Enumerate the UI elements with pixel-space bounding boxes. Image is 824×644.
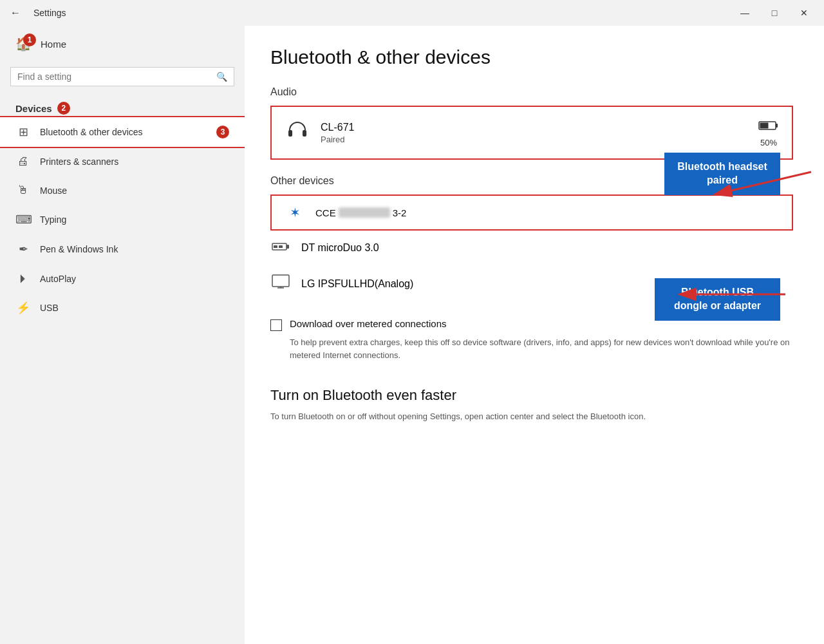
svg-rect-3 <box>776 124 778 128</box>
sidebar-item-usb[interactable]: ⚡ USB <box>0 293 245 323</box>
app-body: 🏠 Home 1 🔍 Devices 2 ⊞ Bluetooth & other… <box>0 26 824 644</box>
usb-label: USB <box>40 303 59 313</box>
sidebar-item-pen[interactable]: ✒ Pen & Windows Ink <box>0 234 245 264</box>
sidebar-item-autoplay[interactable]: ⏵ AutoPlay <box>0 264 245 293</box>
audio-device-status: Paired <box>321 135 354 144</box>
pen-icon: ✒ <box>15 242 31 256</box>
svg-rect-6 <box>286 245 289 249</box>
sidebar-item-printers[interactable]: 🖨 Printers & scanners <box>0 147 245 176</box>
turn-on-description: To turn Bluetooth on or off without open… <box>270 410 793 423</box>
back-button[interactable]: ← <box>5 5 26 21</box>
autoplay-icon: ⏵ <box>15 272 31 285</box>
devices-label: Devices <box>15 103 52 114</box>
battery-info: 50% <box>758 118 779 147</box>
sidebar-item-mouse[interactable]: 🖱 Mouse <box>0 176 245 205</box>
close-button[interactable]: ✕ <box>789 3 819 23</box>
annotation-dongle: Bluetooth USB dongle or adapter <box>655 278 780 321</box>
typing-icon: ⌨ <box>15 213 31 227</box>
dt-microduo-name: DT microDuo 3.0 <box>301 242 379 254</box>
annotation-headset-box: Bluetooth headset paired <box>664 153 780 195</box>
maximize-button[interactable]: □ <box>760 3 789 23</box>
svg-rect-8 <box>279 245 283 248</box>
turn-on-title: Turn on Bluetooth even faster <box>270 387 793 404</box>
mouse-icon: 🖱 <box>15 184 31 197</box>
checkbox-label: Download over metered connections <box>290 318 446 329</box>
turn-on-section: Turn on Bluetooth even faster To turn Bl… <box>270 387 793 423</box>
search-icon: 🔍 <box>216 71 227 82</box>
svg-rect-1 <box>303 130 306 137</box>
annotation-dongle-box: Bluetooth USB dongle or adapter <box>655 278 780 321</box>
bluetooth-nav-icon: ⊞ <box>15 125 31 139</box>
usb-icon: ⚡ <box>15 301 31 315</box>
svg-rect-9 <box>272 275 289 287</box>
audio-section-label: Audio <box>270 86 793 98</box>
sidebar-item-bluetooth[interactable]: ⊞ Bluetooth & other devices 3 <box>0 117 245 147</box>
dt-microduo-item[interactable]: DT microDuo 3.0 <box>270 231 793 265</box>
bluetooth-badge: 3 <box>216 126 229 138</box>
search-box[interactable]: 🔍 <box>10 67 234 86</box>
checkbox-section: Download over metered connections To hel… <box>270 318 793 361</box>
audio-card[interactable]: CL-671 Paired 50% <box>270 106 793 160</box>
typing-label: Typing <box>40 214 66 225</box>
devices-section-header: Devices 2 <box>0 97 245 117</box>
battery-percent: 50% <box>760 138 777 147</box>
bluetooth-device-card[interactable]: ✶ CCE 3-2 <box>270 194 793 231</box>
app-title: Settings <box>33 8 66 18</box>
audio-section: Audio CL-671 Pair <box>270 86 793 160</box>
usb-drive-icon <box>270 240 291 256</box>
sidebar-item-typing[interactable]: ⌨ Typing <box>0 205 245 234</box>
audio-card-left: CL-671 Paired <box>285 117 354 148</box>
home-badge: 1 <box>23 33 36 46</box>
printers-icon: 🖨 <box>15 155 31 168</box>
page-title: Bluetooth & other devices <box>270 46 793 68</box>
bluetooth-device-name: CCE 3-2 <box>315 207 406 218</box>
svg-rect-0 <box>288 130 292 137</box>
minimize-button[interactable]: — <box>730 3 760 23</box>
audio-device-name: CL-671 <box>321 122 354 133</box>
devices-badge: 2 <box>57 102 70 115</box>
svg-rect-4 <box>760 122 769 128</box>
titlebar: ← Settings — □ ✕ <box>0 0 824 26</box>
mouse-label: Mouse <box>40 185 67 196</box>
search-input[interactable] <box>17 71 216 82</box>
printers-label: Printers & scanners <box>40 156 118 167</box>
battery-icon <box>758 118 779 135</box>
monitor-icon <box>270 274 291 294</box>
bluetooth-nav-label: Bluetooth & other devices <box>40 127 143 137</box>
bluetooth-icon: ✶ <box>285 205 305 220</box>
lg-monitor-name: LG IPSFULLHD(Analog) <box>301 278 413 290</box>
pen-label: Pen & Windows Ink <box>40 244 118 254</box>
home-label: Home <box>41 39 66 50</box>
sidebar-home[interactable]: 🏠 Home 1 <box>0 26 245 62</box>
checkbox-description: To help prevent extra charges, keep this… <box>290 336 793 361</box>
autoplay-label: AutoPlay <box>40 274 76 284</box>
headset-icon <box>285 117 310 148</box>
content-wrapper: Bluetooth & other devices Audio <box>270 46 793 423</box>
sidebar: 🏠 Home 1 🔍 Devices 2 ⊞ Bluetooth & other… <box>0 26 245 644</box>
svg-rect-7 <box>274 245 277 248</box>
blurred-device-id <box>339 207 390 218</box>
metered-checkbox[interactable] <box>270 319 282 331</box>
content-area: Bluetooth & other devices Audio <box>245 26 824 644</box>
window-controls: — □ ✕ <box>730 3 819 23</box>
annotation-headset: Bluetooth headset paired <box>664 153 780 195</box>
